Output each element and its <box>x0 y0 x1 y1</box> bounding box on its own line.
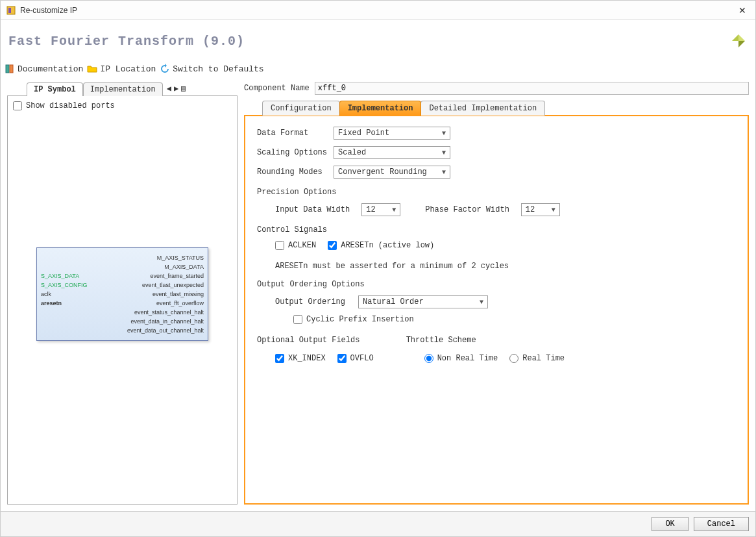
port-m-axis-data: M_AXIS_DATA <box>164 263 204 271</box>
control-signals-title: Control Signals <box>257 225 736 234</box>
cancel-button[interactable]: Cancel <box>694 517 749 531</box>
non-real-time-label: Non Real Time <box>437 354 498 363</box>
ip-location-label: IP Location <box>100 64 156 74</box>
input-width-label: Input Data Width <box>275 205 350 214</box>
left-panel: IP Symbol Implementation ◀ ▶ ▤ Show disa… <box>7 82 238 505</box>
phase-width-value: 12 <box>526 205 535 214</box>
tab-configuration[interactable]: Configuration <box>262 101 340 116</box>
svg-rect-5 <box>6 65 9 73</box>
tab-list-icon[interactable]: ▤ <box>181 84 186 94</box>
show-disabled-ports-label: Show disabled ports <box>26 101 115 110</box>
svg-rect-6 <box>10 65 13 73</box>
port-event-fft-overflow: event_fft_overflow <box>156 299 204 307</box>
page-title: Fast Fourier Transform (9.0) <box>8 34 245 49</box>
close-icon[interactable]: ✕ <box>735 5 750 16</box>
phase-width-dropdown[interactable]: 12 ▼ <box>521 203 560 216</box>
footer: OK Cancel <box>1 511 755 536</box>
app-icon <box>6 5 16 16</box>
rounding-label: Rounding Modes <box>257 168 328 177</box>
input-width-dropdown[interactable]: 12 ▼ <box>361 203 400 216</box>
chevron-down-icon: ▼ <box>392 206 396 214</box>
data-format-dropdown[interactable]: Fixed Point ▼ <box>334 127 450 140</box>
aclken-label: ACLKEN <box>288 241 316 250</box>
input-width-value: 12 <box>366 205 375 214</box>
svg-marker-2 <box>732 34 738 41</box>
tab-detailed-implementation[interactable]: Detailed Implementation <box>421 101 545 116</box>
scaling-value: Scaled <box>338 148 366 157</box>
chevron-down-icon: ▼ <box>442 130 446 137</box>
rounding-dropdown[interactable]: Convergent Rounding ▼ <box>334 166 450 179</box>
titlebar: Re-customize IP ✕ <box>1 1 755 20</box>
chevron-down-icon: ▼ <box>552 206 555 214</box>
port-event-frame-started: event_frame_started <box>150 272 204 280</box>
refresh-icon <box>160 64 170 74</box>
tab-implementation-left[interactable]: Implementation <box>83 82 163 96</box>
ip-symbol-panel: Show disabled ports M_AXIS_STATUS M_AXIS… <box>7 95 238 505</box>
port-aresetn: aresetn <box>41 299 62 307</box>
documentation-link[interactable]: Documentation <box>5 64 83 74</box>
chevron-down-icon: ▼ <box>442 149 446 156</box>
switch-defaults-label: Switch to Defaults <box>173 64 263 74</box>
port-s-axis-config: S_AXIS_CONFIG <box>41 281 88 289</box>
left-tab-row: IP Symbol Implementation ◀ ▶ ▤ <box>27 82 238 95</box>
tab-prev-icon[interactable]: ◀ <box>167 84 171 94</box>
non-real-time-radio[interactable] <box>424 354 433 363</box>
port-aclk: aclk <box>41 290 51 298</box>
tab-ip-symbol[interactable]: IP Symbol <box>27 82 83 96</box>
svg-rect-1 <box>8 8 11 13</box>
cyclic-prefix-label: Cyclic Prefix Insertion <box>306 315 414 324</box>
xk-index-checkbox[interactable] <box>275 354 284 363</box>
data-format-label: Data Format <box>257 129 328 138</box>
aclken-checkbox[interactable] <box>275 241 284 250</box>
data-format-value: Fixed Point <box>338 129 389 138</box>
main: IP Symbol Implementation ◀ ▶ ▤ Show disa… <box>1 78 755 511</box>
scaling-dropdown[interactable]: Scaled ▼ <box>334 146 450 159</box>
xk-index-label: XK_INDEX <box>288 354 326 363</box>
output-ordering-title: Output Ordering Options <box>257 280 736 289</box>
book-icon <box>5 64 15 74</box>
svg-marker-3 <box>738 41 745 47</box>
throttle-scheme-title: Throttle Scheme <box>406 336 565 345</box>
real-time-radio[interactable] <box>509 354 518 363</box>
aresetn-note: ARESETn must be asserted for a minimum o… <box>275 262 736 271</box>
port-event-data-in-halt: event_data_in_channel_halt <box>130 318 204 325</box>
tab-implementation[interactable]: Implementation <box>339 101 422 116</box>
port-s-axis-data: S_AXIS_DATA <box>41 272 79 280</box>
port-event-tlast-unexpected: event_tlast_unexpected <box>142 281 204 289</box>
scaling-label: Scaling Options <box>257 148 328 157</box>
toolbar: Documentation IP Location Switch to Defa… <box>1 62 755 78</box>
right-panel: Component Name Configuration Implementat… <box>244 82 749 505</box>
documentation-label: Documentation <box>18 64 83 74</box>
ip-location-link[interactable]: IP Location <box>87 64 156 74</box>
chevron-down-icon: ▼ <box>480 299 483 306</box>
tab-next-icon[interactable]: ▶ <box>174 84 178 94</box>
port-event-status-halt: event_status_channel_halt <box>134 308 204 316</box>
component-name-input[interactable] <box>315 82 749 95</box>
output-ordering-dropdown[interactable]: Natural Order ▼ <box>358 295 488 308</box>
implementation-form: Data Format Fixed Point ▼ Scaling Option… <box>244 115 749 505</box>
header: Fast Fourier Transform (9.0) <box>1 20 755 62</box>
ovflo-label: OVFLO <box>350 354 374 363</box>
component-name-label: Component Name <box>244 84 310 93</box>
switch-defaults-link[interactable]: Switch to Defaults <box>160 64 263 74</box>
output-ordering-value: Natural Order <box>363 297 424 306</box>
optional-fields-title: Optional Output Fields <box>257 336 374 345</box>
aresetn-checkbox[interactable] <box>328 241 337 250</box>
right-tab-row: Configuration Implementation Detailed Im… <box>262 100 749 115</box>
ovflo-checkbox[interactable] <box>337 354 347 363</box>
port-event-tlast-missing: event_tlast_missing <box>152 290 204 298</box>
chevron-down-icon: ▼ <box>442 169 446 176</box>
precision-options-title: Precision Options <box>257 188 736 197</box>
show-disabled-ports-checkbox[interactable] <box>13 101 22 110</box>
xilinx-logo-icon <box>729 32 748 50</box>
rounding-value: Convergent Rounding <box>338 168 427 177</box>
cyclic-prefix-checkbox[interactable] <box>293 315 302 324</box>
real-time-label: Real Time <box>522 354 565 363</box>
folder-icon <box>87 64 97 74</box>
phase-width-label: Phase Factor Width <box>425 205 509 214</box>
port-event-data-out-halt: event_data_out_channel_halt <box>127 327 204 334</box>
ok-button[interactable]: OK <box>652 517 688 531</box>
ip-block-diagram: M_AXIS_STATUS M_AXIS_DATA S_AXIS_DATAeve… <box>36 247 208 341</box>
aresetn-label: ARESETn (active low) <box>341 241 434 250</box>
svg-marker-4 <box>738 34 745 41</box>
